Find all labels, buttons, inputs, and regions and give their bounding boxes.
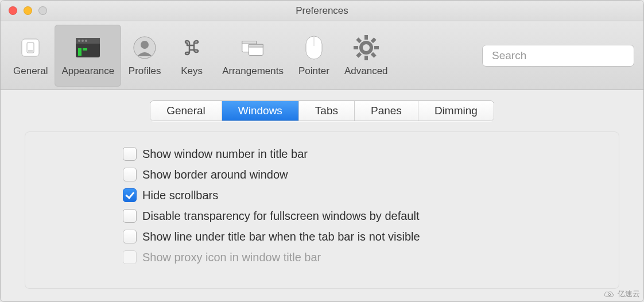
svg-rect-26: [356, 37, 362, 43]
option-label: Show window number in title bar: [142, 148, 308, 161]
watermark: 亿速云: [603, 289, 640, 299]
gear-icon: [353, 34, 379, 61]
pointer-icon: [301, 34, 327, 61]
toolbar-item-general[interactable]: General: [6, 25, 55, 87]
search-container: [482, 45, 634, 67]
zoom-icon: [38, 6, 47, 15]
cloud-icon: [603, 290, 615, 298]
svg-rect-8: [78, 48, 82, 56]
tab-general[interactable]: General: [150, 101, 222, 121]
svg-point-5: [78, 40, 80, 42]
search-field[interactable]: [482, 45, 634, 67]
checkbox: [123, 250, 137, 264]
options-group: Show window number in title bar Show bor…: [25, 131, 619, 289]
option-label: Show line under title bar when the tab b…: [142, 230, 420, 243]
minimize-icon[interactable]: [24, 6, 32, 15]
checkbox[interactable]: [123, 168, 137, 181]
toolbar-label: Keys: [181, 65, 203, 77]
tab-windows[interactable]: Windows: [222, 101, 299, 121]
svg-rect-9: [83, 48, 87, 51]
svg-rect-15: [249, 44, 263, 47]
option-label: Hide scrollbars: [142, 189, 218, 202]
option-label: Show proxy icon in window title bar: [142, 251, 321, 264]
window-title: Preferences: [1, 5, 643, 17]
window-controls: [9, 6, 47, 15]
toolbar: General Appearance: [1, 21, 643, 90]
toolbar-item-appearance[interactable]: Appearance: [55, 25, 121, 87]
svg-rect-25: [354, 46, 358, 49]
svg-point-6: [82, 40, 84, 42]
checkbox[interactable]: [123, 209, 137, 223]
option-show-line-under-titlebar[interactable]: Show line under title bar when the tab b…: [123, 230, 619, 243]
profiles-icon: [131, 34, 158, 61]
toolbar-item-keys[interactable]: Keys: [168, 25, 215, 87]
arrangements-icon: [240, 34, 266, 61]
option-show-proxy-icon: Show proxy icon in window title bar: [123, 250, 619, 264]
toolbar-label: Pointer: [298, 65, 329, 77]
toolbar-item-pointer[interactable]: Pointer: [290, 25, 337, 87]
tab-dimming[interactable]: Dimming: [418, 101, 494, 121]
close-icon[interactable]: [9, 6, 17, 15]
checkbox[interactable]: [123, 147, 137, 161]
toolbar-label: Profiles: [129, 65, 161, 77]
svg-rect-22: [371, 52, 377, 57]
checkbox[interactable]: [123, 188, 137, 202]
toolbar-label: Appearance: [61, 65, 114, 77]
toolbar-item-advanced[interactable]: Advanced: [337, 25, 395, 87]
checkbox[interactable]: [123, 230, 137, 243]
tab-panes[interactable]: Panes: [355, 101, 418, 121]
svg-point-7: [85, 40, 87, 42]
watermark-text: 亿速云: [618, 289, 640, 299]
svg-rect-19: [364, 35, 368, 40]
svg-point-29: [608, 293, 611, 296]
svg-rect-2: [28, 50, 33, 52]
svg-point-11: [141, 41, 149, 49]
svg-rect-13: [242, 41, 256, 44]
preferences-window: Preferences General: [0, 0, 644, 302]
svg-rect-24: [356, 52, 362, 57]
general-icon: [17, 34, 44, 61]
appearance-icon: [75, 34, 101, 61]
option-label: Disable transparency for fullscreen wind…: [142, 210, 419, 223]
option-hide-scrollbars[interactable]: Hide scrollbars: [123, 188, 619, 202]
toolbar-label: Arrangements: [222, 65, 284, 77]
svg-rect-0: [22, 39, 39, 56]
tab-tabs[interactable]: Tabs: [299, 101, 355, 121]
svg-point-18: [361, 42, 371, 53]
toolbar-label: Advanced: [344, 65, 388, 77]
option-show-border[interactable]: Show border around window: [123, 168, 619, 181]
tab-bar: General Windows Tabs Panes Dimming: [150, 100, 494, 121]
content-area: General Windows Tabs Panes Dimming Show …: [1, 90, 643, 289]
option-show-window-number[interactable]: Show window number in title bar: [123, 147, 619, 161]
keys-icon: [179, 34, 205, 61]
svg-rect-23: [364, 56, 368, 60]
titlebar: Preferences: [1, 1, 643, 21]
search-input[interactable]: [492, 49, 628, 62]
toolbar-item-arrangements[interactable]: Arrangements: [215, 25, 290, 87]
option-label: Show border around window: [142, 168, 288, 181]
svg-rect-20: [371, 37, 377, 43]
toolbar-item-profiles[interactable]: Profiles: [121, 25, 168, 87]
svg-rect-21: [374, 46, 379, 49]
option-disable-transparency[interactable]: Disable transparency for fullscreen wind…: [123, 209, 619, 223]
toolbar-label: General: [13, 65, 48, 77]
